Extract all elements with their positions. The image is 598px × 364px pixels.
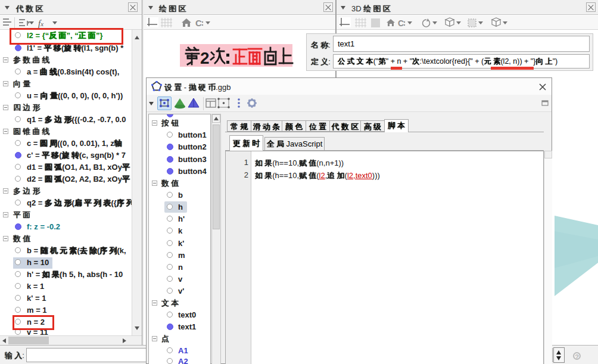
svg-text:2: 2 bbox=[200, 49, 210, 66]
svg-text:C: C bbox=[398, 18, 404, 28]
svg-text:C: C bbox=[195, 18, 202, 28]
